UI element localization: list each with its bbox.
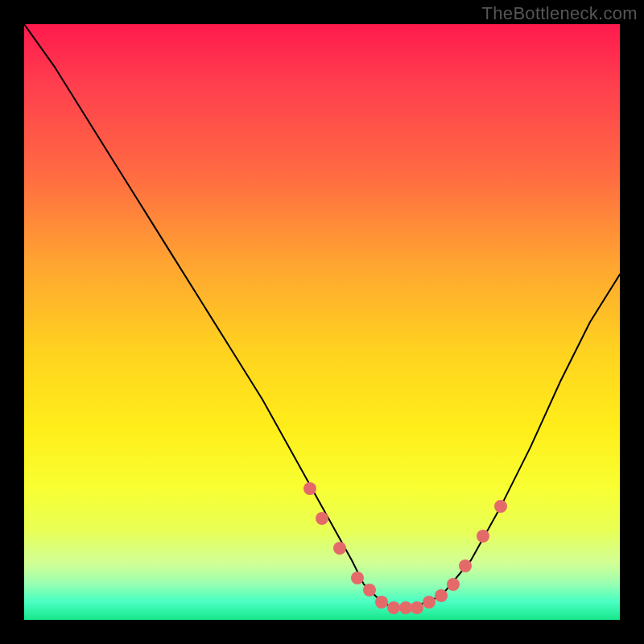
data-point xyxy=(447,578,460,591)
data-point xyxy=(399,601,412,614)
chart-stage: TheBottleneck.com xyxy=(0,0,644,644)
plot-area xyxy=(24,24,620,620)
data-point xyxy=(375,596,388,609)
data-point xyxy=(387,601,400,614)
curve-layer xyxy=(24,24,620,620)
data-point xyxy=(423,596,436,609)
data-point xyxy=(459,559,472,572)
watermark-text: TheBottleneck.com xyxy=(482,3,638,24)
